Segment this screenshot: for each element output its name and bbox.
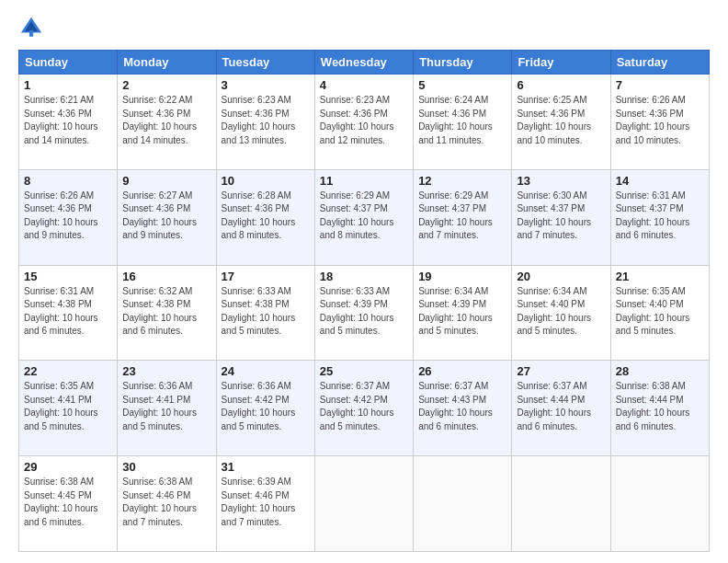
day-cell: 19Sunrise: 6:34 AMSunset: 4:39 PMDayligh… [414,265,512,361]
day-info: Sunrise: 6:31 AMSunset: 4:37 PMDaylight:… [616,190,704,243]
day-info: Sunrise: 6:26 AMSunset: 4:36 PMDaylight:… [616,94,704,147]
day-number: 7 [616,78,704,92]
day-info: Sunrise: 6:29 AMSunset: 4:37 PMDaylight:… [320,190,408,243]
day-info: Sunrise: 6:34 AMSunset: 4:39 PMDaylight:… [418,285,506,339]
day-cell: 9Sunrise: 6:27 AMSunset: 4:36 PMDaylight… [118,169,216,265]
day-number: 30 [122,460,210,474]
day-cell: 2Sunrise: 6:22 AMSunset: 4:36 PMDaylight… [118,75,216,170]
day-number: 10 [222,174,310,188]
day-number: 9 [122,174,210,188]
day-info: Sunrise: 6:35 AMSunset: 4:40 PMDaylight:… [616,285,704,339]
day-cell [610,456,709,552]
day-cell [512,456,610,552]
day-cell: 30Sunrise: 6:38 AMSunset: 4:46 PMDayligh… [118,456,216,552]
day-number: 6 [517,78,605,92]
day-info: Sunrise: 6:38 AMSunset: 4:46 PMDaylight:… [122,476,210,529]
day-cell: 24Sunrise: 6:36 AMSunset: 4:42 PMDayligh… [216,361,314,456]
day-info: Sunrise: 6:26 AMSunset: 4:36 PMDaylight:… [24,190,112,243]
day-cell: 10Sunrise: 6:28 AMSunset: 4:36 PMDayligh… [216,169,314,265]
day-info: Sunrise: 6:38 AMSunset: 4:45 PMDaylight:… [24,476,112,529]
day-info: Sunrise: 6:39 AMSunset: 4:46 PMDaylight:… [222,476,310,529]
day-number: 1 [24,78,112,92]
day-info: Sunrise: 6:37 AMSunset: 4:44 PMDaylight:… [517,380,605,433]
day-info: Sunrise: 6:21 AMSunset: 4:36 PMDaylight:… [24,94,112,147]
day-number: 23 [122,364,210,378]
day-number: 3 [222,78,310,92]
day-cell: 15Sunrise: 6:31 AMSunset: 4:38 PMDayligh… [19,265,118,361]
day-info: Sunrise: 6:34 AMSunset: 4:40 PMDaylight:… [517,285,605,339]
day-cell: 14Sunrise: 6:31 AMSunset: 4:37 PMDayligh… [610,169,709,265]
day-info: Sunrise: 6:23 AMSunset: 4:36 PMDaylight:… [222,94,310,147]
col-header-saturday: Saturday [610,51,709,75]
day-number: 25 [320,364,408,378]
col-header-wednesday: Wednesday [314,51,413,75]
day-cell: 16Sunrise: 6:32 AMSunset: 4:38 PMDayligh… [118,265,216,361]
day-cell: 11Sunrise: 6:29 AMSunset: 4:37 PMDayligh… [314,169,413,265]
day-cell: 5Sunrise: 6:24 AMSunset: 4:36 PMDaylight… [414,75,512,170]
day-info: Sunrise: 6:33 AMSunset: 4:39 PMDaylight:… [320,285,408,339]
day-cell [314,456,413,552]
col-header-thursday: Thursday [414,51,512,75]
day-info: Sunrise: 6:29 AMSunset: 4:37 PMDaylight:… [418,190,506,243]
day-info: Sunrise: 6:38 AMSunset: 4:44 PMDaylight:… [616,380,704,433]
day-number: 17 [222,270,310,283]
day-info: Sunrise: 6:25 AMSunset: 4:36 PMDaylight:… [517,94,605,147]
col-header-friday: Friday [512,51,610,75]
day-cell: 21Sunrise: 6:35 AMSunset: 4:40 PMDayligh… [610,265,709,361]
day-cell: 28Sunrise: 6:38 AMSunset: 4:44 PMDayligh… [610,361,709,456]
day-number: 5 [418,78,506,92]
day-number: 29 [24,460,112,474]
day-number: 19 [418,270,506,283]
day-info: Sunrise: 6:28 AMSunset: 4:36 PMDaylight:… [222,190,310,243]
day-number: 18 [320,270,408,283]
page: SundayMondayTuesdayWednesdayThursdayFrid… [0,0,728,563]
day-cell: 6Sunrise: 6:25 AMSunset: 4:36 PMDaylight… [512,75,610,170]
day-info: Sunrise: 6:36 AMSunset: 4:42 PMDaylight:… [222,380,310,433]
day-number: 28 [616,364,704,378]
day-cell: 23Sunrise: 6:36 AMSunset: 4:41 PMDayligh… [118,361,216,456]
logo-icon [18,15,44,40]
day-cell: 18Sunrise: 6:33 AMSunset: 4:39 PMDayligh… [314,265,413,361]
day-info: Sunrise: 6:32 AMSunset: 4:38 PMDaylight:… [122,285,210,339]
day-number: 26 [418,364,506,378]
day-cell: 17Sunrise: 6:33 AMSunset: 4:38 PMDayligh… [216,265,314,361]
day-info: Sunrise: 6:35 AMSunset: 4:41 PMDaylight:… [24,380,112,433]
day-number: 12 [418,174,506,188]
day-cell: 22Sunrise: 6:35 AMSunset: 4:41 PMDayligh… [19,361,118,456]
week-row-5: 29Sunrise: 6:38 AMSunset: 4:45 PMDayligh… [19,456,710,552]
logo [18,15,48,40]
day-info: Sunrise: 6:24 AMSunset: 4:36 PMDaylight:… [418,94,506,147]
day-cell: 29Sunrise: 6:38 AMSunset: 4:45 PMDayligh… [19,456,118,552]
day-cell: 25Sunrise: 6:37 AMSunset: 4:42 PMDayligh… [314,361,413,456]
calendar-table: SundayMondayTuesdayWednesdayThursdayFrid… [18,50,710,552]
col-header-monday: Monday [118,51,216,75]
day-number: 24 [222,364,310,378]
day-cell [414,456,512,552]
col-header-sunday: Sunday [19,51,118,75]
week-row-3: 15Sunrise: 6:31 AMSunset: 4:38 PMDayligh… [19,265,710,361]
day-info: Sunrise: 6:36 AMSunset: 4:41 PMDaylight:… [122,380,210,433]
day-number: 22 [24,364,112,378]
day-cell: 13Sunrise: 6:30 AMSunset: 4:37 PMDayligh… [512,169,610,265]
day-number: 2 [122,78,210,92]
day-number: 8 [24,174,112,188]
day-info: Sunrise: 6:22 AMSunset: 4:36 PMDaylight:… [122,94,210,147]
week-row-1: 1Sunrise: 6:21 AMSunset: 4:36 PMDaylight… [19,75,710,170]
week-row-4: 22Sunrise: 6:35 AMSunset: 4:41 PMDayligh… [19,361,710,456]
day-cell: 3Sunrise: 6:23 AMSunset: 4:36 PMDaylight… [216,75,314,170]
day-number: 16 [122,270,210,283]
day-number: 13 [517,174,605,188]
day-info: Sunrise: 6:23 AMSunset: 4:36 PMDaylight:… [320,94,408,147]
day-number: 11 [320,174,408,188]
day-number: 21 [616,270,704,283]
day-info: Sunrise: 6:31 AMSunset: 4:38 PMDaylight:… [24,285,112,339]
day-number: 4 [320,78,408,92]
svg-rect-2 [29,30,33,37]
day-cell: 26Sunrise: 6:37 AMSunset: 4:43 PMDayligh… [414,361,512,456]
day-number: 15 [24,270,112,283]
day-info: Sunrise: 6:27 AMSunset: 4:36 PMDaylight:… [122,190,210,243]
day-number: 31 [222,460,310,474]
day-cell: 4Sunrise: 6:23 AMSunset: 4:36 PMDaylight… [314,75,413,170]
col-header-tuesday: Tuesday [216,51,314,75]
day-info: Sunrise: 6:37 AMSunset: 4:43 PMDaylight:… [418,380,506,433]
